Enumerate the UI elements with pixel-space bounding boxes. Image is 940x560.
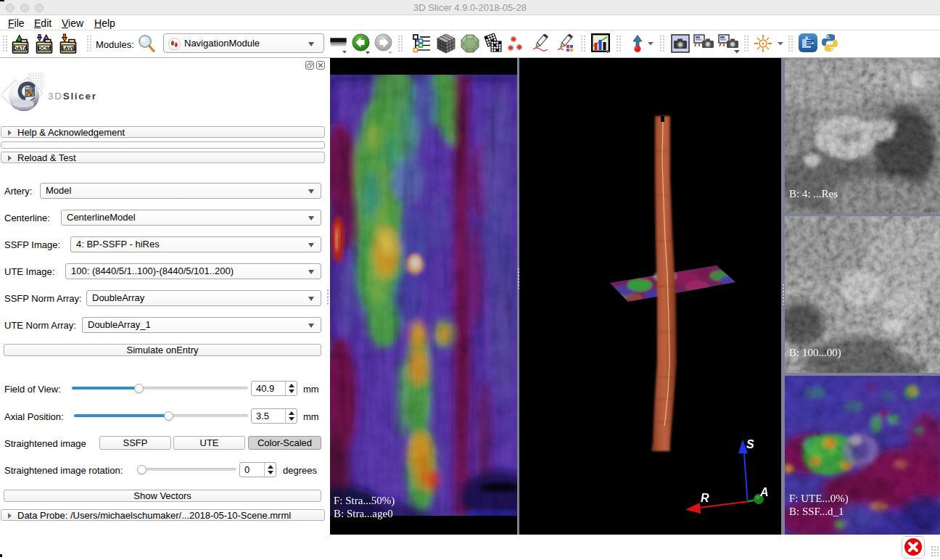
svg-text:SAVE: SAVE [61,45,75,52]
svg-text:DATA: DATA [13,45,28,52]
svg-text:DCM: DCM [38,45,50,52]
